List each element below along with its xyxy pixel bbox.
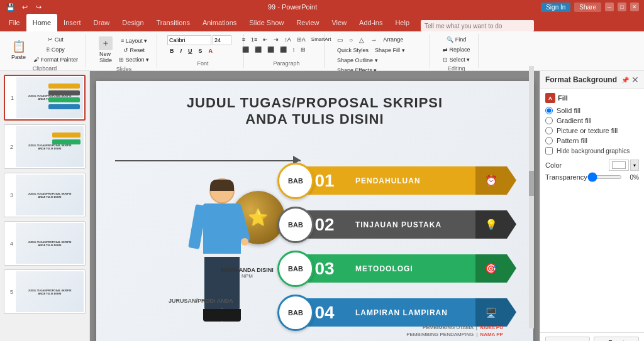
strikethrough-button[interactable]: S	[196, 46, 205, 55]
panel-pin-button[interactable]: 📌	[621, 77, 629, 84]
align-justify-button[interactable]: ⬛	[277, 45, 289, 54]
hide-bg-checkbox[interactable]	[545, 147, 553, 154]
canvas-scrollbar[interactable]	[529, 66, 534, 328]
apply-to-all-button[interactable]: Apply to All	[545, 337, 591, 341]
tab-transitions[interactable]: Transitions	[150, 14, 196, 31]
bab-01-tail	[507, 166, 516, 195]
hide-bg-label: Hide background graphics	[557, 148, 630, 154]
picture-fill-option[interactable]: Picture or texture fill	[545, 127, 639, 134]
indent-inc-button[interactable]: ⇥	[271, 35, 281, 44]
align-right-button[interactable]: ⬛	[265, 45, 277, 54]
close-button[interactable]: ✕	[630, 3, 639, 11]
slide-thumb-2[interactable]: 2 JUDUL TUGAS/PROPOSAL SKRIPSIANDA TULIS…	[4, 124, 86, 169]
bab-02-num: 02	[314, 215, 334, 235]
align-center-button[interactable]: ⬛	[252, 45, 264, 54]
slide-num-3: 3	[6, 192, 13, 198]
cut-button[interactable]: ✂ Cut	[31, 35, 80, 44]
panel-spacer	[540, 185, 644, 332]
tab-insert[interactable]: Insert	[57, 14, 87, 31]
bold-button[interactable]: B	[167, 46, 177, 55]
copy-button[interactable]: ⎘ Copy	[31, 45, 80, 54]
column-button[interactable]: ⊞	[298, 45, 308, 54]
shape-3[interactable]: △	[357, 35, 367, 45]
find-button[interactable]: 🔍 Find	[440, 35, 473, 44]
solid-fill-option[interactable]: Solid fill	[545, 107, 639, 114]
bullets-button[interactable]: ≡	[240, 35, 248, 44]
minimize-button[interactable]: ─	[605, 3, 614, 11]
transparency-slider[interactable]	[587, 175, 622, 179]
shape-2[interactable]: ○	[347, 35, 355, 45]
paste-button[interactable]: 📋 Paste	[9, 38, 28, 62]
shape-1[interactable]: ▭	[335, 35, 345, 45]
title-bar-left: 💾 ↩ ↪	[5, 1, 44, 13]
reset-background-button[interactable]: Reset Background	[594, 337, 639, 341]
reset-button[interactable]: ↺ Reset	[116, 46, 152, 55]
shape-outline-button[interactable]: Shape Outline ▾	[335, 56, 380, 65]
save-qat-btn[interactable]: 💾	[5, 1, 16, 13]
tab-draw[interactable]: Draw	[87, 14, 116, 31]
slide-thumb-4[interactable]: 4 JUDUL TUGAS/PROPOSAL SKRIPSIANDA TULIS…	[4, 221, 86, 266]
tab-design[interactable]: Design	[116, 14, 150, 31]
replace-button[interactable]: ⇄ Replace	[440, 45, 473, 54]
color-label: Color	[545, 161, 562, 169]
pattern-fill-radio[interactable]	[545, 137, 553, 144]
line-spacing-button[interactable]: ↕	[290, 45, 298, 54]
sign-in-button[interactable]: Sign In	[541, 3, 570, 12]
tab-animations[interactable]: Animations	[196, 14, 243, 31]
undo-qat-btn[interactable]: ↩	[19, 1, 30, 13]
tab-home[interactable]: Home	[26, 14, 57, 31]
share-button[interactable]: Share	[574, 3, 601, 12]
redo-qat-btn[interactable]: ↪	[33, 1, 44, 13]
bab-03-num: 03	[314, 259, 334, 279]
italic-button[interactable]: I	[178, 46, 185, 55]
new-slide-button[interactable]: ＋ NewSlide	[96, 35, 115, 65]
underline-button[interactable]: U	[186, 46, 195, 55]
hide-bg-option[interactable]: Hide background graphics	[545, 147, 639, 154]
slide-thumb-3[interactable]: 3 JUDUL TUGAS/PROPOSAL SKRIPSIANDA TULIS…	[4, 173, 86, 217]
tab-help[interactable]: Help	[389, 14, 416, 31]
tab-slideshow[interactable]: Slide Show	[243, 14, 290, 31]
bab-02-icon-block: 💡	[475, 210, 507, 239]
numbering-button[interactable]: 1≡	[248, 35, 260, 44]
picture-fill-radio[interactable]	[545, 127, 553, 134]
quick-styles-button[interactable]: Quick Styles	[335, 46, 371, 55]
font-family-input[interactable]	[167, 35, 211, 45]
solid-fill-radio[interactable]	[545, 107, 553, 114]
shape-4[interactable]: →	[368, 35, 379, 45]
gradient-fill-option[interactable]: Gradient fill	[545, 117, 639, 124]
align-left-button[interactable]: ⬛	[240, 45, 252, 54]
font-color-button[interactable]: A	[206, 46, 216, 55]
slide-canvas[interactable]: JUDUL TUGAS/PROPOSAL SKRIPSI ANDA TULIS …	[96, 81, 533, 342]
tab-addins[interactable]: Add-ins	[353, 14, 389, 31]
text-direction-button[interactable]: ↕A	[282, 35, 294, 44]
pattern-fill-option[interactable]: Pattern fill	[545, 137, 639, 144]
scrollbar-thumb[interactable]	[529, 171, 534, 196]
select-button[interactable]: ⊡ Select ▾	[440, 55, 473, 64]
gradient-fill-radio[interactable]	[545, 117, 553, 124]
restore-button[interactable]: □	[618, 3, 626, 11]
layout-button[interactable]: ≡ Layout ▾	[116, 36, 152, 45]
pembimbing-pendamping-label: PEMBIMBING PENDAMPING	[406, 332, 474, 337]
fill-color-indicator: A	[545, 93, 555, 103]
slide-thumb-5[interactable]: 5 JUDUL TUGAS/PROPOSAL SKRIPSIANDA TULIS…	[4, 269, 86, 314]
arrange-button[interactable]: Arrange	[380, 35, 406, 45]
panel-close-button[interactable]: ✕	[631, 75, 639, 85]
color-dropdown-button[interactable]: ▾	[630, 160, 639, 171]
indent-dec-button[interactable]: ⇤	[260, 35, 270, 44]
section-button[interactable]: ⊞ Section ▾	[116, 55, 152, 64]
paragraph-group: ≡ 1≡ ⇤ ⇥ ↕A ⊞A SmartArt ⬛ ⬛ ⬛ ⬛ ↕ ⊞ Para…	[249, 34, 325, 68]
bab-03-icon-block: 🎯	[475, 254, 507, 283]
bab-01-ribbon: 01 PENDAHULUAN ⏰	[303, 166, 507, 195]
tab-view[interactable]: View	[325, 14, 353, 31]
slide-thumb-1[interactable]: 1 JUDUL TUGAS/PROPOSAL SKRIPSIANDA TULIS…	[4, 75, 86, 121]
pattern-fill-label: Pattern fill	[557, 137, 587, 144]
tab-review[interactable]: Review	[290, 14, 325, 31]
font-size-input[interactable]	[213, 35, 231, 45]
format-painter-button[interactable]: 🖌 Format Painter	[31, 55, 80, 64]
search-input[interactable]	[421, 20, 534, 31]
tab-file[interactable]: File	[3, 14, 26, 31]
slide-num-1: 1	[6, 95, 14, 101]
align-text-button[interactable]: ⊞A	[294, 35, 308, 44]
shape-fill-button[interactable]: Shape Fill ▾	[372, 46, 408, 55]
color-swatch[interactable]	[609, 160, 629, 171]
